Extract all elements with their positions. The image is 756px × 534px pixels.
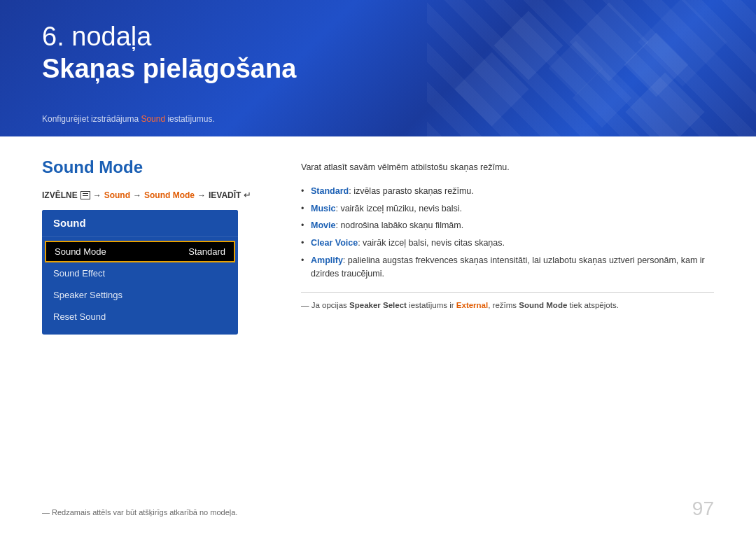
tv-menu-items: Sound Mode Standard Sound Effect Speaker… — [42, 237, 238, 335]
tv-menu-item-resetsound[interactable]: Reset Sound — [42, 306, 238, 328]
header-subtitle: Konfigurējiet izstrādājuma Sound iestatī… — [42, 114, 215, 124]
tv-menu-item-speakersettings[interactable]: Speaker Settings — [42, 284, 238, 306]
note-term1: Speaker Select — [349, 301, 407, 309]
breadcrumb: IZVĒLNE → Sound → Sound Mode → IEVADĪT ↵ — [42, 190, 266, 200]
header-content: 6. nodaļa Skaņas pielāgošana — [42, 21, 296, 85]
subtitle-pre: Konfigurējiet izstrādājuma — [42, 114, 141, 124]
tv-menu-header: Sound — [42, 210, 238, 237]
decorative-diamonds — [448, 7, 728, 136]
tv-menu-item-soundeffect[interactable]: Sound Effect — [42, 262, 238, 284]
bullet-music: Music: vairāk izceļ mūziku, nevis balsi. — [301, 200, 714, 218]
breadcrumb-ievadiet: IEVADĪT — [209, 190, 241, 200]
tv-menu-item-soundeffect-label: Sound Effect — [53, 268, 105, 279]
right-column: Varat atlasīt savām vēlmēm atbilstošu sk… — [301, 157, 714, 312]
page-number: 97 — [692, 498, 714, 520]
section-title: Sound Mode — [42, 157, 266, 177]
note-mid: iestatījums ir — [407, 301, 456, 309]
tv-menu-item-soundmode-value: Standard — [188, 246, 225, 257]
bullet-music-term: Music — [311, 204, 335, 213]
breadcrumb-izvelnne: IZVĒLNE — [42, 190, 78, 200]
tv-menu-item-speakersettings-label: Speaker Settings — [53, 290, 122, 300]
chapter-title: Skaņas pielāgošana — [42, 53, 296, 85]
note-line: Ja opcijas Speaker Select iestatījums ir… — [301, 292, 714, 311]
bullet-clearvoice: Clear Voice: vairāk izceļ balsi, nevis c… — [301, 234, 714, 252]
tv-menu: Sound Sound Mode Standard Sound Effect S… — [42, 210, 238, 335]
note-post: tiek atspējots. — [567, 301, 619, 309]
note-term3: Sound Mode — [519, 301, 567, 309]
footer-note: Redzamais attēls var būt atšķirīgs atkar… — [42, 508, 237, 517]
bullet-movie: Movie: nodrošina labāko skaņu filmām. — [301, 217, 714, 234]
chapter-number: 6. nodaļa — [42, 21, 296, 53]
note-pre: Ja opcijas — [312, 301, 349, 309]
tv-menu-item-soundmode-label: Sound Mode — [55, 246, 106, 257]
bullet-standard: Standard: izvēlas parasto skaņas režīmu. — [301, 183, 714, 200]
subtitle-link: Sound — [141, 114, 165, 124]
bullet-amplify-term: Amplify — [311, 255, 343, 265]
menu-icon — [80, 191, 90, 199]
bullet-clearvoice-term: Clear Voice — [311, 238, 358, 248]
bullet-movie-term: Movie — [311, 220, 335, 230]
bullet-clearvoice-rest: : vairāk izceļ balsi, nevis citas skaņas… — [358, 238, 505, 248]
diamond-8 — [625, 72, 704, 136]
left-column: Sound Mode IZVĒLNE → Sound → Sound Mode … — [42, 157, 266, 335]
note-post-pre: , režīms — [488, 301, 519, 309]
bullet-music-rest: : vairāk izceļ mūziku, nevis balsi. — [335, 204, 462, 213]
breadcrumb-sound: Sound — [104, 190, 130, 200]
bullet-standard-rest: : izvēlas parasto skaņas režīmu. — [349, 186, 474, 196]
breadcrumb-arrow2: → — [133, 190, 141, 200]
bullet-amplify: Amplify: palielina augstas frekvences sk… — [301, 252, 714, 283]
bullet-list: Standard: izvēlas parasto skaņas režīmu.… — [301, 183, 714, 283]
two-col-layout: Sound Mode IZVĒLNE → Sound → Sound Mode … — [42, 157, 714, 335]
right-intro: Varat atlasīt savām vēlmēm atbilstošu sk… — [301, 161, 714, 174]
header-banner: 6. nodaļa Skaņas pielāgošana Konfigurēji… — [0, 0, 756, 136]
tv-menu-item-resetsound-label: Reset Sound — [53, 311, 106, 322]
bullet-standard-term: Standard — [311, 186, 349, 196]
breadcrumb-arrow3: → — [197, 190, 206, 200]
bullet-amplify-rest: : palielina augstas frekvences skaņas in… — [311, 255, 705, 279]
page: 6. nodaļa Skaņas pielāgošana Konfigurēji… — [0, 0, 756, 534]
breadcrumb-soundmode: Sound Mode — [144, 190, 195, 200]
subtitle-post: iestatījumus. — [165, 114, 215, 124]
content-area: Sound Mode IZVĒLNE → Sound → Sound Mode … — [0, 136, 756, 534]
enter-icon: ↵ — [244, 190, 251, 200]
bullet-movie-rest: : nodrošina labāko skaņu filmām. — [335, 220, 463, 230]
tv-menu-item-soundmode[interactable]: Sound Mode Standard — [45, 241, 235, 262]
note-term2: External — [456, 301, 488, 309]
breadcrumb-arrow1: → — [93, 190, 102, 200]
